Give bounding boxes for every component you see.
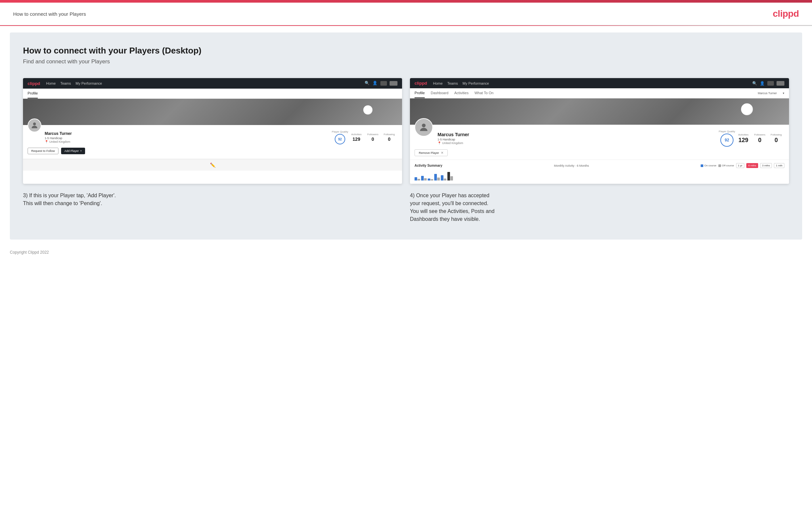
search-icon-1[interactable]: 🔍 (365, 81, 370, 86)
filter-1mth[interactable]: 1 mth (774, 163, 784, 168)
player-location-1: 📍 United Kingdom (45, 140, 332, 144)
settings-icon-2[interactable] (767, 81, 774, 86)
activity-summary-title: Activity Summary (414, 164, 442, 167)
activity-summary: Activity Summary Monthly Activity · 6 Mo… (410, 160, 789, 184)
screenshot-2: clippd Home Teams My Performance 🔍 👤 Pro… (410, 78, 789, 184)
pencil-icon: ✏️ (210, 162, 215, 168)
bar-on-3 (428, 178, 430, 180)
svg-point-1 (422, 124, 425, 127)
bar-on-1 (414, 177, 417, 180)
header-divider (0, 25, 812, 26)
app-logo-2: clippd (414, 81, 427, 86)
profile-info-2: Marcus Turner 1-5 Handicap 📍 United King… (410, 125, 789, 160)
main-subtitle: Find and connect with your Players (23, 58, 789, 65)
plus-icon: + (80, 149, 82, 153)
nav-link-performance-1[interactable]: My Performance (75, 81, 102, 85)
user-icon-2[interactable]: 👤 (760, 81, 765, 86)
player-label-2: Marcus Turner (758, 89, 777, 98)
svg-point-0 (33, 122, 36, 125)
tab-profile-2[interactable]: Profile (414, 88, 425, 98)
following-label-2: Following (768, 133, 784, 136)
activities-col-1: Activities 129 (348, 133, 365, 142)
player-quality-col-2: Player Quality 92 (719, 130, 735, 147)
tab-dashboard-2[interactable]: Dashboard (430, 88, 448, 98)
filter-3mths[interactable]: 3 mths (760, 163, 772, 168)
nav-link-home-2[interactable]: Home (433, 81, 443, 85)
player-quality-value-1: 92 (338, 137, 342, 141)
activity-summary-header: Activity Summary Monthly Activity · 6 Mo… (414, 163, 784, 168)
search-icon-2[interactable]: 🔍 (752, 81, 757, 86)
following-label-1: Following (381, 133, 398, 136)
bar-off-4 (437, 177, 440, 180)
player-handicap-1: 1-5 Handicap (45, 136, 332, 140)
following-col-1: Following 0 (381, 133, 398, 142)
bar-off-2 (424, 178, 427, 180)
profile-buttons-1: Request to Follow Add Player + (28, 148, 398, 154)
golf-ball-2 (741, 103, 753, 115)
captions-row: 3) If this is your Player tap, 'Add Play… (23, 192, 789, 223)
bar-off-5 (444, 178, 446, 180)
filter-6mths[interactable]: 6 mths (746, 163, 758, 168)
request-follow-button[interactable]: Request to Follow (28, 148, 58, 154)
bar-on-5 (441, 175, 444, 180)
nav-link-teams-1[interactable]: Teams (60, 81, 71, 85)
copyright-text: Copyright Clippd 2022 (10, 250, 49, 255)
tab-what-to-on-2[interactable]: What To On (474, 88, 493, 98)
player-quality-circle-1: 92 (335, 134, 345, 145)
profile-hero-1 (23, 99, 402, 125)
profile-icon-2[interactable] (776, 81, 784, 86)
avatar-icon-2 (418, 122, 429, 133)
followers-col-1: Followers 0 (365, 133, 381, 142)
avatar-1 (28, 118, 41, 132)
filter-1yr[interactable]: 1 yr (736, 163, 744, 168)
following-col-2: Following 0 (768, 133, 784, 144)
page-header-title: How to connect with your Players (13, 11, 86, 17)
nav-link-performance-2[interactable]: My Performance (462, 81, 489, 85)
top-accent-bar (0, 0, 812, 3)
app-nav-links-2: Home Teams My Performance (433, 81, 746, 85)
profile-icon-1[interactable] (390, 81, 398, 86)
avatar-2 (414, 118, 433, 136)
off-course-legend: Off course (718, 164, 734, 167)
settings-icon-1[interactable] (380, 81, 387, 86)
activity-filters: On course Off course 1 yr 6 mths 3 mths … (701, 163, 784, 168)
bar-off-3 (430, 179, 433, 180)
tab-profile-1[interactable]: Profile (28, 89, 38, 99)
nav-link-teams-2[interactable]: Teams (447, 81, 458, 85)
activity-period: Monthly Activity · 6 Months (554, 164, 589, 167)
followers-value-2: 0 (752, 137, 768, 144)
profile-buttons-2: Remove Player ✕ (414, 149, 784, 156)
following-value-2: 0 (768, 137, 784, 144)
app-tabs-2: Profile Dashboard Activities What To On … (410, 88, 789, 99)
followers-col-2: Followers 0 (752, 133, 768, 144)
caption-3: 3) If this is your Player tap, 'Add Play… (23, 192, 402, 223)
app-logo-1: clippd (28, 81, 40, 86)
main-content: How to connect with your Players (Deskto… (10, 33, 802, 239)
bar-on-2 (421, 176, 424, 180)
hero-bg-2 (410, 99, 789, 125)
followers-label-1: Followers (365, 133, 381, 136)
tab-activities-2[interactable]: Activities (454, 88, 468, 98)
screenshots-row: clippd Home Teams My Performance 🔍 👤 Pro… (23, 78, 789, 184)
player-quality-label-2: Player Quality (719, 130, 735, 133)
profile-stats-row-1: Marcus Turner 1-5 Handicap 📍 United King… (45, 130, 398, 145)
location-pin-icon-1: 📍 (45, 140, 48, 144)
chart-group-6 (447, 172, 453, 180)
remove-player-button[interactable]: Remove Player ✕ (414, 149, 448, 156)
activities-label-1: Activities (348, 133, 365, 136)
profile-stats-row-2: Marcus Turner 1-5 Handicap 📍 United King… (438, 130, 784, 147)
chart-group-2 (421, 176, 427, 180)
app-nav-icons-1: 🔍 👤 (365, 81, 398, 86)
player-name-2: Marcus Turner (438, 132, 719, 137)
nav-link-home-1[interactable]: Home (46, 81, 55, 85)
followers-label-2: Followers (752, 133, 768, 136)
chevron-down-icon-2: ▾ (783, 92, 784, 95)
activities-value-2: 129 (735, 137, 752, 144)
add-player-button[interactable]: Add Player + (61, 148, 85, 154)
avatar-icon-1 (30, 121, 39, 130)
close-icon: ✕ (441, 151, 444, 155)
user-icon-1[interactable]: 👤 (372, 81, 378, 86)
app-navbar-2: clippd Home Teams My Performance 🔍 👤 (410, 78, 789, 88)
activities-col-2: Activities 129 (735, 133, 752, 144)
app-navbar-1: clippd Home Teams My Performance 🔍 👤 (23, 78, 402, 89)
